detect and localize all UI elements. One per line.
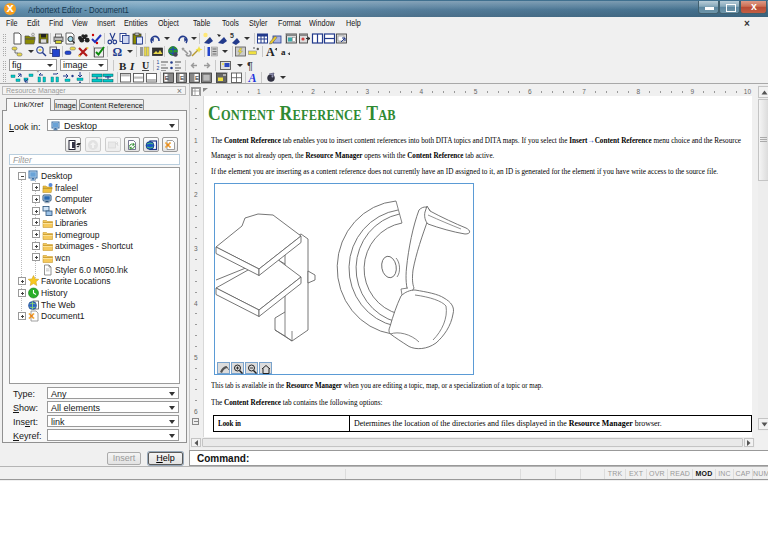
svg-text:E: E bbox=[195, 75, 199, 81]
svg-text:E: E bbox=[164, 75, 168, 81]
svg-text:": " bbox=[37, 71, 39, 76]
svg-text:2: 2 bbox=[157, 65, 160, 71]
svg-text:E: E bbox=[180, 75, 184, 81]
svg-text:U: U bbox=[142, 60, 149, 71]
svg-text:a: a bbox=[281, 47, 286, 57]
svg-text:¶: ¶ bbox=[247, 60, 253, 72]
svg-text:I: I bbox=[129, 59, 135, 71]
svg-text:Ω: Ω bbox=[112, 45, 122, 58]
svg-text:A: A bbox=[266, 45, 275, 58]
svg-text:5: 5 bbox=[230, 32, 234, 39]
